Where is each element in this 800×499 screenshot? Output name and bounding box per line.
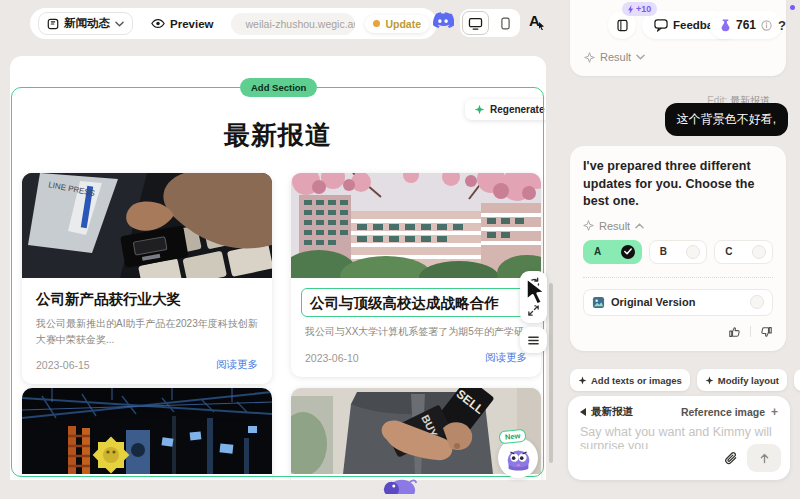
sparkle-icon xyxy=(474,104,485,115)
help-button[interactable]: ? xyxy=(770,13,794,37)
text-tool-icon[interactable]: A xyxy=(529,12,540,29)
menu-icon xyxy=(527,334,540,347)
add-texts-button[interactable]: Add texts or images xyxy=(570,369,690,391)
kimmy-peek-icon[interactable] xyxy=(381,477,417,494)
regenerate-button[interactable]: Regenerate xyxy=(465,99,546,120)
discord-icon[interactable] xyxy=(432,12,454,29)
option-c-button[interactable]: C xyxy=(714,240,773,264)
desktop-view-button[interactable] xyxy=(462,11,489,35)
news-title[interactable]: 公司与顶级高校达成战略合作 xyxy=(310,294,524,313)
composer-context[interactable]: 最新报道 xyxy=(580,405,633,419)
chevron-down-icon xyxy=(115,21,124,27)
news-card[interactable]: LINE PRESS 公司新产品获行业大奖 我公司最新推出的AI助手产品在202… xyxy=(22,173,272,384)
result-toggle[interactable]: Result xyxy=(584,51,645,63)
add-section-button[interactable]: Add Section xyxy=(240,78,317,97)
update-label: Update xyxy=(385,18,421,30)
preview-label: Preview xyxy=(170,18,213,30)
element-menu-button[interactable] xyxy=(520,327,547,353)
element-toolbar xyxy=(520,271,547,323)
potion-icon xyxy=(720,19,731,32)
result-toggle[interactable]: Result xyxy=(583,220,773,232)
reference-image-button[interactable]: Reference image + xyxy=(681,405,778,419)
news-image-stage xyxy=(22,388,272,474)
back-triangle-icon xyxy=(580,408,587,416)
section-heading[interactable]: 最新报道 xyxy=(10,118,546,153)
image-icon xyxy=(592,296,605,309)
check-icon xyxy=(621,245,635,259)
news-excerpt[interactable]: 我公司与XX大学计算机系签署了为期5年的产学研合作协议... xyxy=(305,324,527,340)
user-message-bubble: 这个背景色不好看, xyxy=(665,103,788,136)
radio-icon xyxy=(750,295,764,309)
mobile-view-button[interactable] xyxy=(492,11,519,35)
quick-actions: Add texts or images Modify layout ··· xyxy=(570,369,788,391)
news-image-campus xyxy=(291,173,541,278)
sparkle-icon xyxy=(578,376,587,385)
site-preview-canvas: Regenerate 最新报道 LINE PRESS xyxy=(10,56,546,480)
page-selector-dropdown[interactable]: 新闻动态 xyxy=(38,12,133,35)
radio-icon xyxy=(752,245,766,259)
news-date: 2023-06-15 xyxy=(36,359,90,371)
feedback-row xyxy=(583,325,773,341)
send-button[interactable] xyxy=(747,444,781,472)
credits-count: 761 xyxy=(736,18,756,32)
site-url-field[interactable]: weilai-zhushou.wegic.app xyxy=(231,13,355,35)
canvas-scrollbar[interactable] xyxy=(549,283,553,463)
ai-sparkle-icon xyxy=(584,52,595,63)
sparkle-icon xyxy=(705,376,714,385)
original-version-button[interactable]: Original Version xyxy=(583,289,773,316)
update-button[interactable]: Update xyxy=(365,15,429,33)
bolt-icon xyxy=(628,5,634,14)
preview-button[interactable]: Preview xyxy=(143,15,221,33)
read-more-link[interactable]: 阅读更多 xyxy=(216,358,258,372)
notification-dot xyxy=(790,5,795,10)
chevron-up-icon xyxy=(635,223,644,229)
mascot-icon xyxy=(505,445,532,472)
ai-sparkle-icon xyxy=(583,220,594,231)
news-excerpt[interactable]: 我公司最新推出的AI助手产品在2023年度科技创新大赛中荣获金奖... xyxy=(36,316,258,347)
plus-icon: + xyxy=(771,405,778,419)
news-card[interactable] xyxy=(22,388,272,480)
thumbs-up-icon[interactable] xyxy=(728,325,742,339)
device-toggle xyxy=(460,9,520,37)
top-toolbar: 新闻动态 Preview weilai-zhushou.wegic.app Up… xyxy=(30,8,437,39)
news-image-award: LINE PRESS xyxy=(22,173,272,278)
thumbs-down-icon[interactable] xyxy=(759,325,773,339)
assistant-message-text: I've prepared three different updates fo… xyxy=(583,158,773,211)
option-a-button[interactable]: A xyxy=(583,240,642,264)
page-icon xyxy=(47,18,59,30)
radio-icon xyxy=(686,245,700,259)
chat-bubble-icon xyxy=(654,19,668,32)
mascot-bubble[interactable] xyxy=(498,438,538,478)
expand-icon[interactable] xyxy=(527,304,540,317)
inline-title-editor[interactable]: 公司与顶级高校达成战略合作 xyxy=(301,288,533,317)
refresh-icon[interactable] xyxy=(527,277,541,291)
option-b-button[interactable]: B xyxy=(649,240,708,264)
paperclip-icon[interactable] xyxy=(723,451,738,466)
eye-icon xyxy=(151,18,165,29)
cursor-caret-icon xyxy=(538,22,545,30)
divider xyxy=(583,277,773,278)
chat-composer: 最新报道 Reference image + xyxy=(568,396,790,480)
update-status-dot xyxy=(373,20,380,27)
news-date: 2023-06-10 xyxy=(305,352,359,364)
regenerate-label: Regenerate xyxy=(490,104,544,115)
modify-layout-button[interactable]: Modify layout xyxy=(697,369,787,391)
update-options: A B C xyxy=(583,240,773,264)
more-actions-button[interactable]: ··· xyxy=(794,369,800,391)
divider xyxy=(750,326,751,337)
page-selector-label: 新闻动态 xyxy=(64,16,110,31)
chevron-down-icon xyxy=(636,54,645,60)
news-card[interactable]: 公司与顶级高校达成战略合作 我公司与XX大学计算机系签署了为期5年的产学研合作协… xyxy=(291,173,541,377)
read-more-link[interactable]: 阅读更多 xyxy=(485,351,527,365)
news-title[interactable]: 公司新产品获行业大奖 xyxy=(36,290,258,309)
book-icon xyxy=(616,19,629,32)
assistant-message-card: I've prepared three different updates fo… xyxy=(570,146,786,351)
bonus-credits-badge: +10 xyxy=(622,2,657,16)
